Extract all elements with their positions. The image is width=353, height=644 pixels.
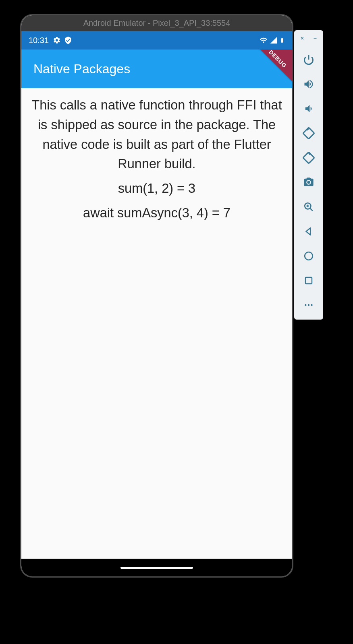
svg-point-7	[305, 252, 313, 260]
close-button[interactable]	[299, 35, 305, 41]
result-sum: sum(1, 2) = 3	[27, 179, 286, 198]
gear-icon	[53, 36, 61, 44]
emulator-titlebar: Android Emulator - Pixel_3_API_33:5554	[21, 15, 292, 31]
emulator-title: Android Emulator - Pixel_3_API_33:5554	[83, 19, 230, 28]
zoom-button[interactable]	[299, 197, 318, 217]
device-navbar[interactable]	[21, 559, 292, 576]
status-icons-left	[53, 36, 72, 44]
result-sum-async: await sumAsync(3, 4) = 7	[27, 203, 286, 223]
nav-handle[interactable]	[120, 567, 193, 569]
power-button[interactable]	[299, 50, 318, 69]
minimize-button[interactable]	[312, 35, 318, 41]
svg-line-4	[310, 208, 313, 211]
svg-point-11	[311, 304, 312, 306]
status-right	[259, 36, 285, 45]
wifi-icon	[259, 36, 268, 44]
app-bar: Native Packages DEBUG	[21, 50, 292, 88]
home-button[interactable]	[299, 246, 318, 266]
battery-icon	[279, 36, 285, 45]
more-button[interactable]	[299, 295, 318, 315]
status-time: 10:31	[29, 36, 49, 45]
emulator-frame: Android Emulator - Pixel_3_API_33:5554 1…	[20, 14, 293, 578]
rotate-left-button[interactable]	[299, 124, 318, 143]
debug-banner: DEBUG	[252, 50, 292, 85]
app-body: This calls a native function through FFI…	[21, 88, 292, 559]
volume-up-button[interactable]	[299, 74, 318, 94]
device-statusbar: 10:31	[21, 31, 292, 50]
sidebar-window-controls	[299, 35, 318, 41]
svg-point-10	[308, 304, 309, 306]
back-button[interactable]	[299, 222, 318, 241]
app-title: Native Packages	[33, 62, 130, 76]
signal-icon	[270, 36, 278, 44]
svg-rect-8	[305, 277, 312, 284]
status-left: 10:31	[29, 36, 72, 45]
volume-down-button[interactable]	[299, 99, 318, 118]
emulator-sidebar	[294, 30, 323, 320]
description-text: This calls a native function through FFI…	[27, 95, 286, 174]
screenshot-button[interactable]	[299, 173, 318, 192]
overview-button[interactable]	[299, 271, 318, 290]
svg-point-9	[305, 304, 306, 306]
shield-icon	[64, 36, 72, 44]
rotate-right-button[interactable]	[299, 148, 318, 167]
